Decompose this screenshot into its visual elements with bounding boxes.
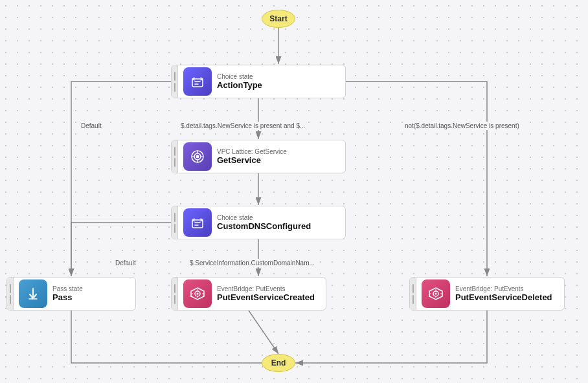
condition-label-2: $.ServiceInformation.CustomDomainNam...: [188, 259, 317, 267]
get-service-subtitle: VPC Lattice: GetService: [217, 148, 340, 155]
eventbridge-created-icon: [183, 279, 212, 308]
put-event-deleted-node[interactable]: EventBridge: PutEvents PutEventServiceDe…: [409, 277, 565, 311]
action-type-subtitle: Choice state: [217, 73, 340, 80]
put-event-deleted-text: EventBridge: PutEvents PutEventServiceDe…: [455, 285, 564, 302]
put-event-deleted-title: PutEventServiceDeleted: [455, 292, 559, 302]
get-service-title: GetService: [217, 155, 340, 165]
eventbridge-deleted-icon: [422, 279, 450, 308]
svg-point-13: [197, 293, 199, 295]
end-node: End: [262, 354, 295, 372]
choice-icon-2: [183, 208, 212, 237]
pass-icon: [19, 279, 47, 308]
arrows-svg: [0, 0, 588, 383]
get-service-node[interactable]: VPC Lattice: GetService GetService: [171, 140, 346, 173]
svg-point-16: [435, 293, 437, 295]
node-left-bar: [172, 65, 178, 98]
pass-text: Pass state Pass: [52, 285, 135, 302]
put-event-created-title: PutEventServiceCreated: [217, 292, 321, 302]
pass-subtitle: Pass state: [52, 285, 130, 292]
action-type-text: Choice state ActionType: [217, 73, 345, 90]
put-event-created-text: EventBridge: PutEvents PutEventServiceCr…: [217, 285, 326, 302]
choice-icon: [183, 67, 212, 96]
action-type-title: ActionType: [217, 80, 340, 90]
action-type-node[interactable]: Choice state ActionType: [171, 65, 346, 98]
svg-point-9: [196, 155, 199, 159]
svg-line-5: [249, 311, 278, 354]
node-left-bar: [172, 140, 178, 173]
default-label-2: Default: [113, 259, 138, 267]
vpc-icon: [183, 142, 212, 171]
node-left-bar: [172, 206, 178, 239]
pass-node[interactable]: Pass state Pass: [6, 277, 136, 311]
default-label-1: Default: [79, 122, 104, 130]
custom-dns-subtitle: Choice state: [217, 214, 340, 221]
node-left-bar: [410, 278, 416, 310]
custom-dns-text: Choice state CustomDNSConfigured: [217, 214, 345, 231]
node-left-bar: [172, 278, 178, 310]
get-service-text: VPC Lattice: GetService GetService: [217, 148, 345, 165]
custom-dns-node[interactable]: Choice state CustomDNSConfigured: [171, 206, 346, 239]
put-event-created-node[interactable]: EventBridge: PutEvents PutEventServiceCr…: [171, 277, 326, 311]
pass-title: Pass: [52, 292, 130, 302]
custom-dns-title: CustomDNSConfigured: [217, 221, 340, 231]
put-event-deleted-subtitle: EventBridge: PutEvents: [455, 285, 559, 292]
not-condition-label: not($.detail.tags.NewService is present): [403, 122, 521, 130]
node-left-bar: [7, 278, 14, 310]
condition-label-1: $.detail.tags.NewService is present and …: [179, 122, 307, 130]
start-node: Start: [262, 10, 295, 28]
diagram-container: Start End Choice state ActionType: [0, 0, 588, 383]
put-event-created-subtitle: EventBridge: PutEvents: [217, 285, 321, 292]
